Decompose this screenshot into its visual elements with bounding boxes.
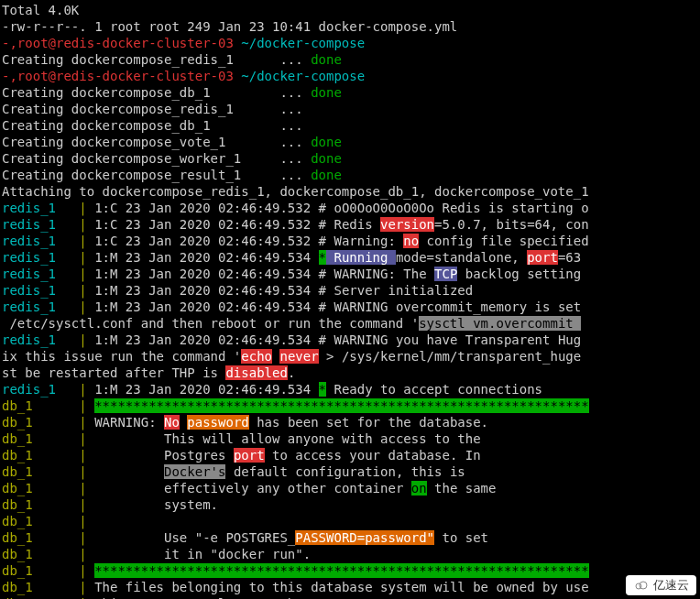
terminal-output: Total 4.0K-rw-r--r--. 1 root root 249 Ja…: [0, 0, 700, 599]
svg-point-1: [640, 582, 647, 589]
watermark-logo: 亿速云: [626, 575, 696, 595]
watermark-text: 亿速云: [653, 577, 689, 594]
